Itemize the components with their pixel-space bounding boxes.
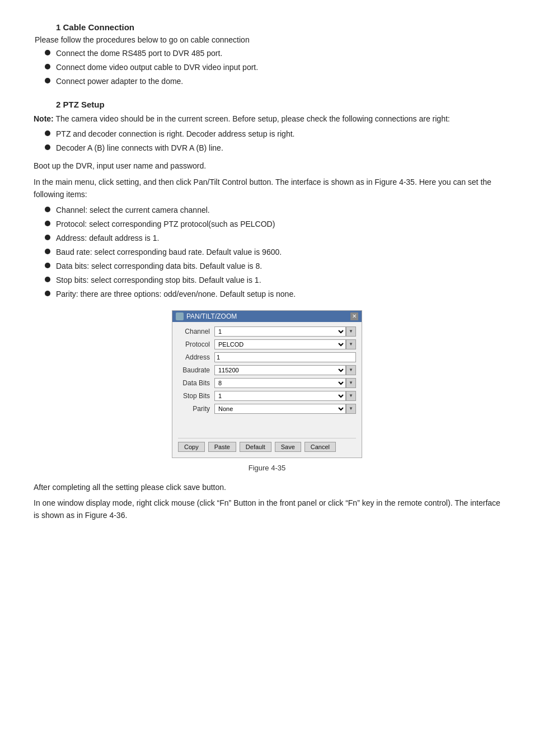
- bullet-icon: [45, 78, 50, 83]
- section2-bullet-list-2: Channel: select the current camera chann…: [45, 204, 500, 300]
- section1-intro: Please follow the procedures below to go…: [35, 35, 500, 44]
- databits-dropdown-arrow[interactable]: ▼: [346, 378, 356, 388]
- dialog-spacer: [178, 417, 356, 433]
- bullet-icon: [45, 50, 50, 55]
- baudrate-select[interactable]: 115200: [214, 365, 346, 375]
- address-input[interactable]: [214, 352, 356, 362]
- baudrate-dropdown-arrow[interactable]: ▼: [346, 365, 356, 375]
- dialog-footer: Copy Paste Default Save Cancel: [178, 438, 356, 452]
- dialog-title: PAN/TILT/ZOOM: [186, 312, 237, 320]
- list-item: Protocol: select corresponding PTZ proto…: [45, 218, 500, 230]
- channel-label: Channel: [178, 328, 214, 335]
- address-row: Address: [178, 352, 356, 362]
- section2-para4: In one window display mode, right click …: [34, 497, 500, 522]
- section2-para3: After completing all the setting please …: [34, 481, 500, 493]
- list-item: Stop bits: select corresponding stop bit…: [45, 274, 500, 286]
- copy-button[interactable]: Copy: [178, 442, 205, 452]
- section2-para1: Boot up the DVR, input user name and pas…: [34, 160, 500, 172]
- bullet-icon: [45, 291, 50, 296]
- default-button[interactable]: Default: [240, 442, 271, 452]
- address-label: Address: [178, 353, 214, 361]
- bullet-icon: [45, 221, 50, 226]
- pan-tilt-zoom-dialog: PAN/TILT/ZOOM ✕ Channel 1 ▼ Pr: [172, 310, 362, 458]
- section2-title: 2 PTZ Setup: [34, 100, 500, 109]
- stopbits-dropdown-arrow[interactable]: ▼: [346, 391, 356, 401]
- parity-dropdown-arrow[interactable]: ▼: [346, 404, 356, 414]
- list-item: Address: default address is 1.: [45, 232, 500, 244]
- dialog-wrapper: PAN/TILT/ZOOM ✕ Channel 1 ▼ Pr: [34, 310, 500, 458]
- list-item: Data bits: select corresponding data bit…: [45, 260, 500, 272]
- bullet-icon: [45, 263, 50, 268]
- section2-note: Note: The camera video should be in the …: [34, 113, 500, 125]
- bullet-icon: [45, 64, 50, 69]
- stopbits-row: Stop Bits 1 ▼: [178, 391, 356, 401]
- protocol-dropdown-arrow[interactable]: ▼: [346, 339, 356, 349]
- protocol-row: Protocol PELCOD ▼: [178, 339, 356, 349]
- list-item: PTZ and decoder connection is right. Dec…: [45, 128, 500, 140]
- databits-select[interactable]: 8: [214, 378, 346, 388]
- bullet-icon: [45, 249, 50, 254]
- protocol-select[interactable]: PELCOD: [214, 339, 346, 349]
- dialog-close-button[interactable]: ✕: [350, 312, 358, 320]
- list-item: Decoder A (B) line connects with DVR A (…: [45, 142, 500, 154]
- parity-label: Parity: [178, 405, 214, 413]
- section1-title: 1 Cable Connection: [34, 22, 500, 32]
- channel-dropdown-arrow[interactable]: ▼: [346, 326, 356, 337]
- bullet-icon: [45, 144, 50, 150]
- list-item: Baud rate: select corresponding baud rat…: [45, 246, 500, 258]
- bullet-icon: [45, 130, 50, 136]
- list-item: Connect dome video output cable to DVR v…: [45, 62, 500, 73]
- stopbits-label: Stop Bits: [178, 392, 214, 400]
- baudrate-label: Baudrate: [178, 366, 214, 374]
- list-item: Parity: there are three options: odd/eve…: [45, 288, 500, 300]
- dialog-body: Channel 1 ▼ Protocol PELCOD: [172, 322, 362, 458]
- note-label: Note:: [34, 114, 54, 123]
- parity-select[interactable]: None: [214, 404, 346, 414]
- channel-row: Channel 1 ▼: [178, 326, 356, 337]
- cancel-button[interactable]: Cancel: [305, 442, 336, 452]
- bullet-icon: [45, 277, 50, 282]
- note-text: The camera video should be in the curren…: [54, 114, 450, 123]
- list-item: Connect power adapter to the dome.: [45, 76, 500, 87]
- paste-button[interactable]: Paste: [208, 442, 236, 452]
- baudrate-row: Baudrate 115200 ▼: [178, 365, 356, 375]
- dialog-titlebar: PAN/TILT/ZOOM ✕: [172, 311, 362, 322]
- parity-row: Parity None ▼: [178, 404, 356, 414]
- dialog-title-icon: [176, 312, 184, 320]
- bullet-icon: [45, 235, 50, 240]
- databits-label: Data Bits: [178, 379, 214, 387]
- section1-bullet-list: Connect the dome RS485 port to DVR 485 p…: [45, 48, 500, 87]
- stopbits-select[interactable]: 1: [214, 391, 346, 401]
- save-button[interactable]: Save: [275, 442, 301, 452]
- list-item: Channel: select the current camera chann…: [45, 204, 500, 216]
- protocol-label: Protocol: [178, 340, 214, 348]
- list-item: Connect the dome RS485 port to DVR 485 p…: [45, 48, 500, 59]
- section2-bullet-list-1: PTZ and decoder connection is right. Dec…: [45, 128, 500, 154]
- figure-caption: Figure 4-35: [34, 464, 500, 472]
- databits-row: Data Bits 8 ▼: [178, 378, 356, 388]
- section2-para2: In the main menu, click setting, and the…: [34, 176, 500, 201]
- channel-select[interactable]: 1: [214, 326, 346, 337]
- bullet-icon: [45, 207, 50, 212]
